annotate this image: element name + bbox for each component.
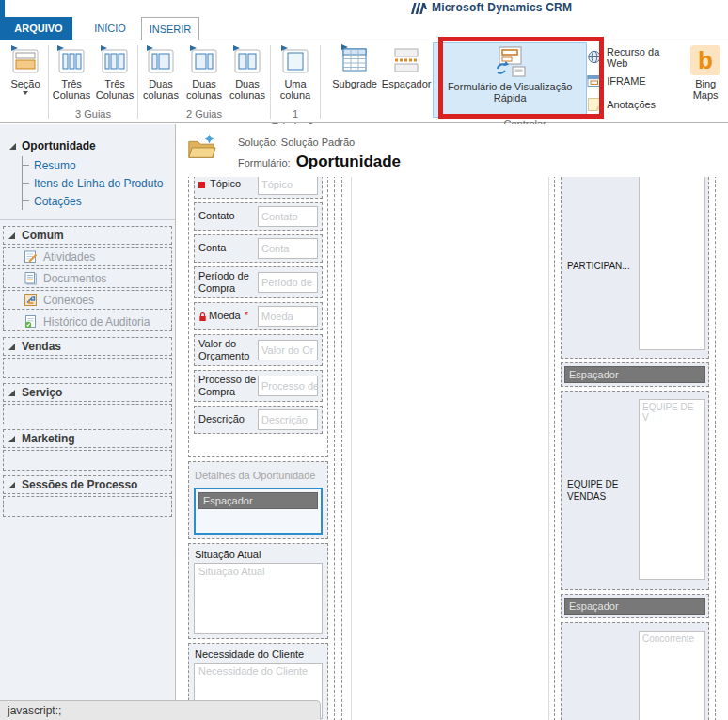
section-icon (9, 44, 41, 76)
form-nav-tree: Oportunidade Resumo Itens de Linha do Pr… (0, 124, 175, 210)
collapse-triangle-icon (8, 482, 15, 488)
sidebar-item-historico-auditoria[interactable]: Histórico de Auditoria (3, 312, 172, 331)
dropdown-arrow-icon (23, 91, 28, 95)
spacer-cell[interactable]: Espaçador (561, 594, 709, 618)
ribbon-group-3guias: Três Colunas Três Colunas 3 Guias (50, 42, 136, 121)
group-separator (320, 45, 321, 119)
two-columns-equal-icon (231, 44, 263, 76)
nav-item-itens-linha-produto[interactable]: Itens de Linha do Produto (23, 174, 175, 192)
nav-root-oportunidade[interactable]: Oportunidade (9, 137, 175, 154)
field-row-conta[interactable]: Conta Conta (194, 234, 323, 263)
group-separator (270, 45, 271, 119)
spacer-bar[interactable]: Espaçador (564, 366, 705, 383)
subgrade-button[interactable]: Subgrade (329, 42, 380, 91)
tab-inicio[interactable]: INÍCIO (83, 17, 137, 40)
fields-section: Tópico Tópico Contato Contato Conta Cont… (188, 177, 328, 457)
group-header-sessoes-processo[interactable]: Sessões de Processo (3, 475, 172, 494)
subgrid-icon (339, 44, 371, 76)
moeda-input[interactable]: Moeda (258, 306, 318, 327)
concorrente-cell[interactable]: Concorrente (561, 622, 709, 720)
field-row-topico[interactable]: Tópico Tópico (194, 177, 323, 199)
business-required-icon (198, 182, 205, 188)
field-label: Valor do Orçamento (198, 338, 258, 362)
column-dashed-guide (341, 177, 342, 720)
required-asterisk: * (245, 310, 248, 322)
duas-colunas-2-button[interactable]: Duas colunas (182, 42, 226, 104)
nav-item-resumo[interactable]: Resumo (23, 156, 175, 174)
contato-input[interactable]: Contato (258, 206, 318, 227)
column-dashed-guide (334, 177, 335, 720)
group-header-marketing[interactable]: Marketing (3, 429, 172, 448)
uma-coluna-button[interactable]: Uma coluna (272, 42, 319, 104)
field-label: Necessidade do Cliente (195, 648, 323, 660)
app-window: Microsoft Dynamics CRM ARQUIVO INÍCIO IN… (0, 0, 728, 720)
spacer-cell[interactable]: Espaçador (561, 362, 709, 387)
form-title-row: Formulário: Oportunidade (238, 152, 401, 171)
field-label: Processo de Compra (198, 374, 258, 398)
field-label: Moeda (209, 310, 241, 322)
field-row-descricao[interactable]: Descrição Descrição (194, 406, 323, 434)
nav-item-cotacoes[interactable]: Cotações (23, 192, 175, 210)
bing-maps-button[interactable]: b Bing Maps (683, 42, 728, 104)
form-label: Formulário: (238, 157, 291, 168)
documents-icon (24, 271, 38, 285)
concorrente-list-box[interactable]: Concorrente (639, 631, 705, 720)
duas-colunas-3-button[interactable]: Duas colunas (226, 42, 269, 104)
tres-colunas-1-button[interactable]: Três Colunas (50, 42, 93, 104)
details-oportunidade-section[interactable]: Detalhes da Oportunidade Espaçador (188, 461, 328, 539)
field-row-periodo-compra[interactable]: Período de Compra Período de (194, 266, 323, 298)
secao-button[interactable]: Seção (4, 42, 47, 97)
tab-inserir[interactable]: INSERIR (141, 17, 199, 40)
sidebar-item-documentos[interactable]: Documentos (3, 268, 172, 288)
collapse-triangle-icon (8, 436, 15, 442)
field-row-moeda[interactable]: Moeda * Moeda (194, 302, 323, 330)
spacer-bar[interactable]: Espaçador (564, 598, 705, 615)
column-solid-guide (548, 177, 549, 720)
selected-spacer-container[interactable]: Espaçador (194, 488, 323, 535)
tres-colunas-2-button[interactable]: Três Colunas (93, 42, 136, 104)
tab-arquivo[interactable]: ARQUIVO (5, 17, 72, 40)
sidebar-groups: Comum Atividades (0, 226, 175, 517)
spacer-bar[interactable]: Espaçador (198, 492, 318, 509)
field-row-valor-orcamento[interactable]: Valor do Orçamento Valor do Or (194, 334, 323, 366)
group-header-comum[interactable]: Comum (3, 226, 172, 245)
field-label: Conta (198, 242, 258, 254)
form-column-right: PARTICIPAN... Espaçador EQUIPE DE VENDAS… (554, 177, 716, 720)
processo-compra-input[interactable]: Processo de (258, 376, 318, 396)
conta-input[interactable]: Conta (258, 238, 318, 259)
espacador-button[interactable]: Espaçador (380, 42, 433, 91)
duas-colunas-1-button[interactable]: Duas colunas (139, 42, 182, 104)
sidebar-item-conexoes[interactable]: Conexões (3, 290, 172, 310)
group-header-servico[interactable]: Serviço (3, 383, 172, 402)
situacao-atual-textarea[interactable]: Situação Atual (194, 563, 323, 634)
periodo-compra-input[interactable]: Período de (258, 272, 318, 293)
ribbon-group-2guias: Duas colunas Duas colunas (139, 42, 269, 121)
descricao-input[interactable]: Descrição (258, 409, 318, 430)
sidebar-item-atividades[interactable]: Atividades (3, 247, 172, 266)
nav-children: Resumo Itens de Linha do Produto Cotaçõe… (22, 156, 175, 210)
field-label: Tópico (210, 178, 241, 190)
group-drop-area[interactable] (3, 358, 172, 378)
field-row-contato[interactable]: Contato Contato (194, 202, 323, 231)
app-logo: Microsoft Dynamics CRM (411, 1, 572, 14)
group-drop-area[interactable] (3, 404, 172, 424)
field-row-processo-compra[interactable]: Processo de Compra Processo de (194, 370, 323, 402)
ribbon-group-1tabulacao: Uma coluna 1 Tabulação (272, 42, 319, 121)
annotation-highlight-box (438, 37, 604, 119)
bing-maps-icon: b (689, 44, 721, 76)
equipe-vendas-cell[interactable]: EQUIPE DE VENDAS EQUIPE DE V (561, 391, 709, 590)
situacao-atual-cell[interactable]: Situação Atual Situação Atual (188, 543, 328, 639)
group-drop-area[interactable] (3, 450, 172, 471)
title-bar: Microsoft Dynamics CRM (0, 0, 728, 17)
equipe-vendas-list-box[interactable]: EQUIPE DE V (639, 399, 705, 580)
collapse-triangle-icon (8, 390, 15, 396)
field-label: EQUIPE DE VENDAS (567, 478, 631, 503)
valor-orcamento-input[interactable]: Valor do Or (258, 340, 318, 360)
participantes-cell[interactable]: PARTICIPAN... (561, 177, 709, 359)
participantes-list-box[interactable] (639, 177, 705, 350)
spacer-icon (390, 44, 422, 76)
topico-input[interactable]: Tópico (258, 177, 318, 195)
group-drop-area[interactable] (3, 496, 172, 517)
group-header-vendas[interactable]: Vendas (3, 337, 172, 356)
lock-icon (198, 312, 207, 322)
